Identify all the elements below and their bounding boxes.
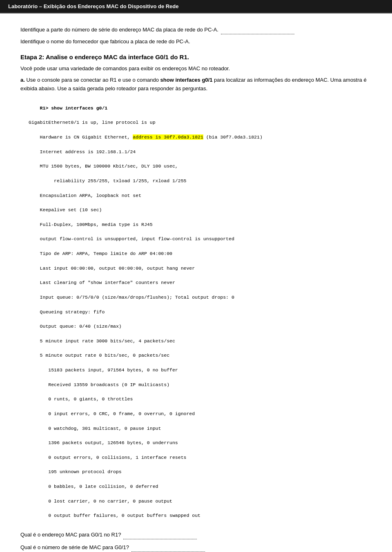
code-line27: 0 babbles, 0 late collision, 0 deferred: [29, 484, 158, 489]
code-line19: 15183 packets input, 971564 bytes, 0 no …: [29, 367, 178, 373]
page-header: Laboratório – Exibição dos Endereços MAC…: [0, 0, 392, 13]
code-line7: Encapsulation ARPA, loopback not set: [29, 193, 141, 198]
intro-line1: Identifique a parte do número de série d…: [20, 26, 372, 34]
code-line12: Last input 00:00:00, output 00:00:00, ou…: [29, 266, 195, 271]
code-line8: Keepalive set (10 sec): [29, 207, 102, 212]
code-line14: Input queue: 0/75/0/0 (size/max/drops/fl…: [29, 295, 234, 300]
code-line29: 0 output buffer failures, 0 output buffe…: [29, 513, 200, 518]
step-a-text: Use o console para se conectar ao R1 e u…: [20, 77, 367, 92]
code-line3: Hardware is CN Gigabit Ethernet, address…: [29, 134, 263, 140]
section-title: Etapa 2: Analise o endereço MAC da inter…: [20, 54, 372, 60]
code-line26: 195 unknown protocol drops: [29, 469, 122, 474]
header-title: Laboratório – Exibição dos Endereços MAC…: [8, 3, 179, 9]
code-line23: 0 watchdog, 301 multicast, 0 pause input: [29, 426, 161, 431]
code-line17: 5 minute input rate 3000 bits/sec, 4 pac…: [29, 338, 175, 344]
code-line24: 1396 packets output, 126546 bytes, 0 und…: [29, 440, 178, 445]
code-line2: GigabitEthernet0/1 is up, line protocol …: [29, 120, 156, 125]
intro-line2: Identifique o nome do fornecedor que fab…: [20, 38, 372, 46]
code-line28: 0 lost carrier, 0 no carrier, 0 pause ou…: [29, 498, 172, 504]
code-line1: R1> show interfaces g0/1: [40, 105, 108, 111]
code-line16: Output queue: 0/40 (size/max): [29, 324, 122, 329]
question1: Qual é o endereço MAC para G0/1 no R1?: [20, 531, 372, 539]
code-line22: 0 input errors, 0 CRC, 0 frame, 0 overru…: [29, 411, 195, 416]
dotted-line-q2: [131, 552, 205, 552]
dotted-line-q1: [123, 539, 197, 539]
dotted-line-1: [221, 34, 294, 34]
question2: Qual é o número de série de MAC para G0/…: [20, 543, 372, 552]
paragraph1: Você pode usar uma variedade de comandos…: [20, 65, 372, 73]
code-line25: 0 output errors, 0 collisions, 1 interfa…: [29, 455, 186, 460]
code-line4: Internet address is 192.168.1.1/24: [29, 149, 136, 154]
code-line6: reliability 255/255, txload 1/255, rxloa…: [29, 178, 186, 183]
code-line15: Queueing strategy: fifo: [29, 309, 105, 315]
code-line11: Tipo de ARP: ARPA, Tempo limite do ARP 0…: [29, 251, 172, 256]
code-line10: output flow-control is unsupported, inpu…: [29, 236, 234, 241]
code-block: R1> show interfaces g0/1 GigabitEthernet…: [29, 97, 372, 527]
code-line21: 0 runts, 0 giants, 0 throttles: [29, 396, 133, 402]
code-line18: 5 minute output rate 0 bits/sec, 0 packe…: [29, 353, 169, 358]
show-interfaces-inline: show interfaces g0/1: [160, 77, 213, 83]
code-line5: MTU 1500 bytes, BW 100000 Kbit/sec, DLY …: [29, 163, 178, 169]
step-a: a. Use o console para se conectar ao R1 …: [20, 76, 372, 93]
mac-address-highlight: address is 30f7.0da3.1821: [133, 134, 203, 140]
step-a-label: a.: [20, 77, 25, 83]
code-line9: Full-Duplex, 100Mbps, media type is RJ45: [29, 222, 153, 227]
main-content: Identifique a parte do número de série d…: [0, 13, 392, 552]
code-line20: Received 13559 broadcasts (0 IP multicas…: [29, 382, 169, 387]
code-line13: Last clearing of "show interface" counte…: [29, 280, 175, 285]
